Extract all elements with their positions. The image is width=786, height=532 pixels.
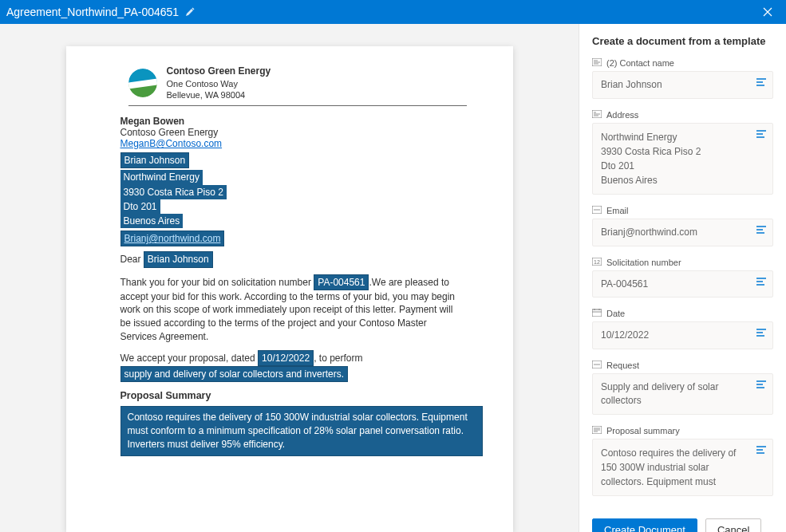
company-logo — [128, 69, 157, 97]
date-label: Date — [606, 309, 625, 318]
company-addr1: One Contoso Way — [167, 78, 271, 89]
salutation-name: Brian Johnson — [144, 251, 213, 267]
address-field[interactable]: Northwind Energy 3930 Costa Rica Piso 2 … — [592, 123, 773, 195]
para1-a: Thank you for your bid on solicitation n… — [120, 277, 311, 288]
to-email-highlight: Brianj@northwind.com — [120, 231, 225, 246]
template-panel: Create a document from a template (2) Co… — [579, 24, 786, 532]
accept-b: , to perform — [314, 353, 362, 364]
address-line3: Dto 201 — [601, 159, 748, 173]
email-field-icon — [592, 206, 602, 215]
accept-date: 10/12/2022 — [258, 350, 314, 366]
document-title: Agreement_Northwind_PA-004651 — [6, 6, 179, 18]
summary-value: Contoso requires the delivery of 150 300… — [601, 447, 736, 487]
field-menu-icon[interactable] — [756, 329, 766, 337]
field-menu-icon[interactable] — [756, 446, 766, 454]
field-menu-icon[interactable] — [756, 278, 766, 286]
company-addr2: Bellevue, WA 98004 — [167, 89, 271, 100]
email-field[interactable]: Brianj@northwind.com — [592, 219, 773, 246]
summary-text: Contoso requires the delivery of 150 300… — [120, 406, 483, 455]
multiline-field-icon — [592, 426, 602, 435]
close-button[interactable] — [756, 0, 780, 24]
summary-label: Proposal summary — [606, 426, 680, 435]
text-field-icon — [592, 58, 602, 68]
panel-heading: Create a document from a template — [592, 35, 773, 47]
request-field[interactable]: Supply and delivery of solar collectors — [592, 373, 773, 415]
from-name: Megan Bowen — [120, 116, 459, 127]
field-menu-icon[interactable] — [756, 78, 766, 86]
contact-label: (2) Contact name — [606, 58, 674, 68]
address-label: Address — [606, 110, 638, 120]
salutation-prefix: Dear — [120, 254, 141, 265]
date-value: 10/12/2022 — [601, 329, 649, 341]
to-company: Northwind Energy — [120, 170, 203, 184]
address-field-icon — [592, 110, 602, 120]
to-name-highlight: Brian Johnson — [120, 152, 190, 168]
contact-field[interactable]: Brian Johnson — [592, 71, 773, 99]
document-page: Contoso Green Energy One Contoso Way Bel… — [66, 46, 513, 532]
request-label: Request — [606, 361, 639, 370]
from-email[interactable]: MeganB@Contoso.com — [120, 138, 223, 149]
edit-icon[interactable] — [185, 7, 195, 17]
to-addr1: 3930 Costa Rica Piso 2 — [120, 185, 227, 199]
from-company: Contoso Green Energy — [120, 127, 459, 138]
summary-field[interactable]: Contoso requires the delivery of 150 300… — [592, 439, 773, 496]
date-field[interactable]: 10/12/2022 — [592, 321, 773, 349]
field-menu-icon[interactable] — [756, 130, 766, 138]
company-name: Contoso Green Energy — [167, 65, 271, 78]
cancel-button[interactable]: Cancel — [705, 518, 761, 532]
to-city: Buenos Aires — [120, 214, 184, 228]
contact-value: Brian Johnson — [601, 79, 662, 90]
svg-rect-5 — [592, 309, 602, 317]
address-line2: 3930 Costa Rica Piso 2 — [601, 144, 748, 159]
create-document-button[interactable]: Create Document — [592, 518, 697, 532]
date-field-icon — [592, 309, 602, 318]
address-line1: Northwind Energy — [601, 130, 748, 144]
accept-a: We accept your proposal, dated — [120, 353, 255, 364]
titlebar: Agreement_Northwind_PA-004651 — [0, 0, 786, 24]
field-menu-icon[interactable] — [756, 226, 766, 234]
address-line4: Buenos Aires — [601, 173, 748, 187]
document-preview-area: Contoso Green Energy One Contoso Way Bel… — [0, 24, 579, 532]
svg-text:12: 12 — [594, 259, 600, 265]
solicitation-highlight: PA-004561 — [314, 274, 369, 290]
letterhead: Contoso Green Energy One Contoso Way Bel… — [128, 65, 467, 106]
email-value: Brianj@northwind.com — [601, 227, 697, 238]
request-value: Supply and delivery of solar collectors — [601, 381, 718, 406]
to-email[interactable]: Brianj@northwind.com — [124, 233, 221, 244]
solicitation-label: Solicitation number — [606, 258, 681, 267]
email-label: Email — [606, 206, 629, 215]
solicitation-value: PA-004561 — [601, 278, 648, 290]
text-field-icon — [592, 361, 602, 370]
solicitation-field[interactable]: PA-004561 — [592, 270, 773, 298]
field-menu-icon[interactable] — [756, 380, 766, 388]
summary-heading: Proposal Summary — [120, 390, 459, 401]
to-addr2: Dto 201 — [120, 199, 160, 214]
request-highlight: supply and delivery of solar collectors … — [120, 366, 348, 382]
number-field-icon: 12 — [592, 258, 602, 267]
